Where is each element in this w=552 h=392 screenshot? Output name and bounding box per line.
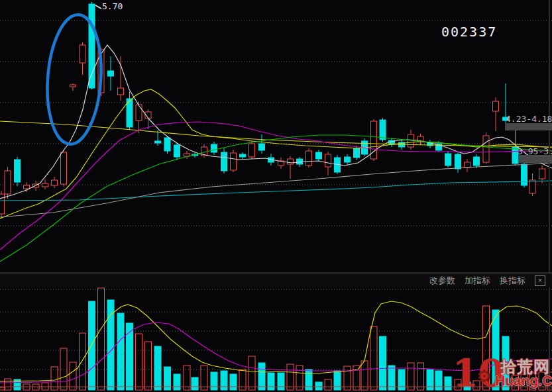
price-range-tooltip-2-box: [519, 155, 552, 163]
price-range-tooltip-1-box: [505, 123, 552, 130]
close-icon[interactable]: ×: [535, 275, 545, 286]
add-indicator-button[interactable]: 加指标: [465, 275, 490, 287]
price-range-tooltip-1: 4.23-4.18: [506, 114, 552, 124]
stock-code-label: 002337: [441, 24, 497, 40]
peak-price-label: 5.70: [102, 1, 123, 11]
switch-indicator-button[interactable]: 换指标: [500, 275, 525, 287]
candlestick-volume-chart: [0, 0, 552, 392]
stock-chart-window: 5.70 002337 4.23-4.18 3.95-3.76 改参数 加指标 …: [0, 0, 552, 392]
indicator-toolbar: 改参数 加指标 换指标 ×: [0, 273, 552, 287]
change-parameters-button[interactable]: 改参数: [429, 275, 455, 287]
